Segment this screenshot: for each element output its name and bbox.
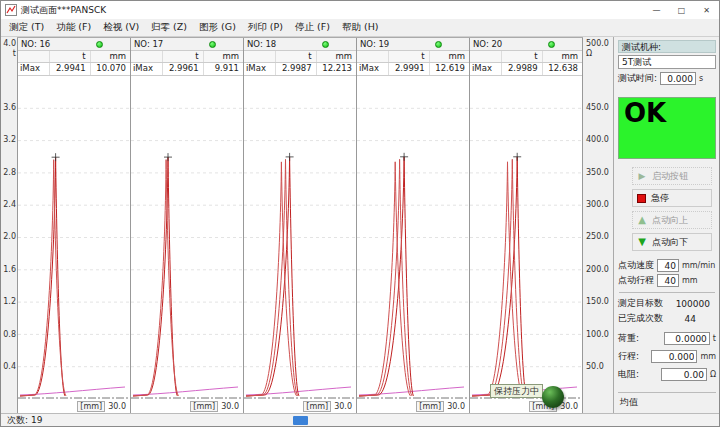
machine-type-label: 测试机种: <box>618 40 716 53</box>
left-axis-max: 4.0 <box>2 39 16 49</box>
mean-section-label: 均值 <box>618 392 716 411</box>
main-content: 4.0 t 3.6 3.2 2.8 2.4 2.0 1.6 1.2 0.8 0.… <box>1 37 719 413</box>
close-button[interactable]: ✕ <box>694 1 719 19</box>
x-axis-max: 30.0 <box>560 402 578 411</box>
load-label: 荷重: <box>618 332 639 345</box>
status-dot-icon <box>322 41 329 48</box>
done-count-value: 44 <box>685 314 696 324</box>
chart-panels: NO: 16 t mm iMax 2.9941 10.070 [mm] 30.0 <box>17 37 583 413</box>
load-unit: t <box>713 334 716 343</box>
jog-up-button[interactable]: ▲ 点动向上 <box>632 211 712 229</box>
force-curve-chart <box>470 76 582 399</box>
panel-number: NO: 16 <box>21 39 50 49</box>
force-curve-chart <box>244 76 356 399</box>
right-axis-unit: Ω <box>586 49 612 59</box>
menu-item-zero[interactable]: 归零 (Z) <box>145 19 193 36</box>
app-window: 测试画面***PANSCK — □ ✕ 测定 (T) 功能 (F) 检视 (V)… <box>0 0 720 427</box>
axis-tick: 3.6 <box>1 103 16 112</box>
menu-item-print[interactable]: 列印 (P) <box>242 19 289 36</box>
imax-label: iMax <box>244 63 275 75</box>
panel-header: NO: 18 <box>244 38 356 51</box>
col-header-mm: mm <box>429 51 469 62</box>
col-header-t: t <box>388 51 428 62</box>
stroke-label: 行程: <box>618 350 639 363</box>
menu-item-view[interactable]: 检视 (V) <box>97 19 145 36</box>
imax-mm-value: 12.638 <box>542 63 582 75</box>
arrow-up-icon: ▲ <box>637 215 647 225</box>
axis-tick: 1.2 <box>1 297 16 306</box>
imax-label: iMax <box>18 63 49 75</box>
imax-t-value: 2.9961 <box>162 63 202 75</box>
panel-header: NO: 20 <box>470 38 582 51</box>
x-axis-max: 30.0 <box>221 402 239 411</box>
menu-item-stop[interactable]: 停止 (F) <box>289 19 336 36</box>
jog-stroke-label: 点动行程 <box>618 274 654 287</box>
imax-mm-value: 9.911 <box>203 63 243 75</box>
start-icon: ▶ <box>637 171 647 181</box>
axis-tick: 2.0 <box>1 232 16 241</box>
x-axis-max: 30.0 <box>334 402 352 411</box>
x-axis-max: 30.0 <box>108 402 126 411</box>
load-field[interactable] <box>664 332 710 345</box>
jog-speed-unit: mm/min <box>682 261 715 270</box>
menu-item-function[interactable]: 功能 (F) <box>50 19 97 36</box>
right-axis: 500.0 Ω 450.0 400.0 350.0 300.0 250.0 20… <box>583 37 613 413</box>
done-count-label: 已完成次数 <box>618 312 663 325</box>
pressure-status-sphere-icon <box>542 386 564 408</box>
status-dot-icon <box>209 41 216 48</box>
panel-header: NO: 19 <box>357 38 469 51</box>
col-header-mm: mm <box>90 51 130 62</box>
emergency-stop-label: 急停 <box>651 192 669 205</box>
jog-speed-field[interactable] <box>657 259 679 272</box>
force-curve-chart <box>18 76 130 399</box>
app-icon <box>5 4 17 16</box>
machine-type-value[interactable]: 5T测试 <box>618 55 716 69</box>
col-header-t: t <box>501 51 541 62</box>
window-title: 测试画面***PANSCK <box>21 4 106 17</box>
jog-stroke-unit: mm <box>682 276 698 285</box>
resistance-field[interactable] <box>661 368 707 381</box>
jog-stroke-field[interactable] <box>657 274 679 287</box>
menu-item-help[interactable]: 帮助 (H) <box>336 19 385 36</box>
imax-label: iMax <box>470 63 501 75</box>
start-button-label: 启动按钮 <box>652 170 688 183</box>
x-axis-unit: [mm] <box>190 401 218 412</box>
jog-speed-label: 点动速度 <box>618 259 654 272</box>
col-header-mm: mm <box>542 51 582 62</box>
panel-number: NO: 18 <box>247 39 276 49</box>
imax-mm-value: 10.070 <box>90 63 130 75</box>
count-value: 19 <box>31 415 42 425</box>
panel-header: NO: 17 <box>131 38 243 51</box>
force-curve-chart <box>131 76 243 399</box>
emergency-stop-button[interactable]: 急停 <box>632 189 712 207</box>
imax-t-value: 2.9989 <box>501 63 541 75</box>
imax-t-value: 2.9941 <box>49 63 89 75</box>
status-dot-icon <box>548 41 555 48</box>
test-panel-20: NO: 20 t mm iMax 2.9989 12.638 [mm] 30.0 <box>470 38 583 413</box>
axis-tick: 400.0 <box>586 135 612 144</box>
emergency-stop-icon <box>637 194 646 203</box>
count-label: 次数: <box>7 414 28 427</box>
start-button[interactable]: ▶ 启动按钮 <box>632 167 712 185</box>
menu-item-graph[interactable]: 图形 (G) <box>193 19 242 36</box>
col-header-t: t <box>162 51 202 62</box>
minimize-button[interactable]: — <box>644 1 669 19</box>
stroke-field[interactable] <box>651 350 697 363</box>
horizontal-scrollbar-thumb[interactable] <box>293 416 308 425</box>
axis-tick: 200.0 <box>586 265 612 274</box>
jog-up-label: 点动向上 <box>652 214 688 227</box>
menu-item-measure[interactable]: 测定 (T) <box>3 19 50 36</box>
target-count-label: 测定目标数 <box>618 297 663 310</box>
jog-down-button[interactable]: ▼ 点动向下 <box>632 233 712 251</box>
test-time-unit: s <box>699 74 703 83</box>
test-time-field[interactable] <box>660 72 696 85</box>
x-axis-max: 30.0 <box>447 402 465 411</box>
imax-label: iMax <box>357 63 388 75</box>
maximize-button[interactable]: □ <box>669 1 694 19</box>
target-count-value: 100000 <box>676 299 710 309</box>
status-ok-indicator: OK <box>618 97 716 159</box>
right-axis-max: 500.0 <box>586 39 612 49</box>
left-axis-unit: t <box>2 49 16 59</box>
axis-tick: 3.2 <box>1 135 16 144</box>
panel-number: NO: 19 <box>360 39 389 49</box>
